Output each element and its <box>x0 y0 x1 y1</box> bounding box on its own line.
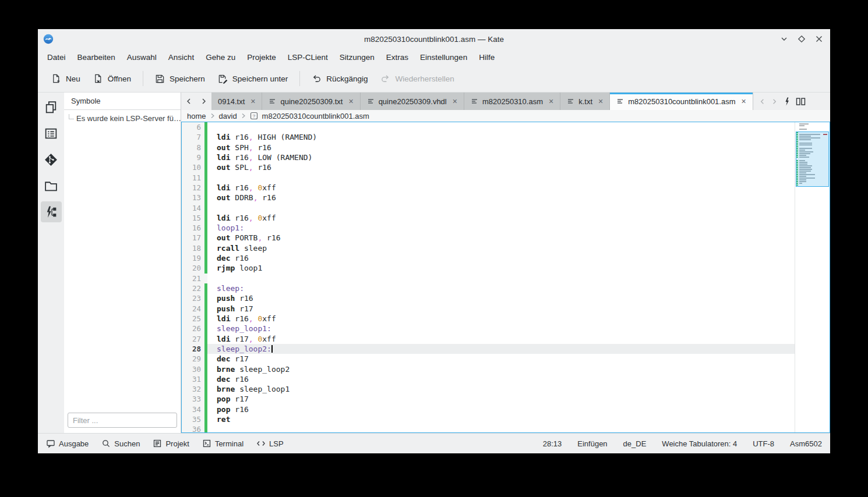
code-line-23[interactable]: 23push r16 <box>182 293 795 303</box>
save-button[interactable]: Speichern <box>149 70 211 88</box>
code-line-35[interactable]: 35ret <box>182 414 795 424</box>
status-toggle-terminal[interactable]: Terminal <box>202 439 244 448</box>
status-toggle-lsp[interactable]: LSP <box>256 439 284 448</box>
menu-item-hilfe[interactable]: Hilfe <box>473 51 500 63</box>
code-line-28[interactable]: 28sleep_loop2: <box>182 344 795 354</box>
undo-button[interactable]: Rückgängig <box>305 70 374 88</box>
code-line-36[interactable]: 36 <box>182 424 795 432</box>
code-line-29[interactable]: 29dec r17 <box>182 354 795 364</box>
code-line-20[interactable]: 20rjmp loop1 <box>182 263 795 273</box>
redo-button[interactable]: Wiederherstellen <box>374 70 460 88</box>
code-text: ldi r16, HIGH (RAMEND) <box>207 132 795 142</box>
code-line-7[interactable]: 7ldi r16, HIGH (RAMEND) <box>182 132 795 142</box>
history-back-icon[interactable] <box>758 98 766 105</box>
status-toggle-label: Terminal <box>215 439 244 448</box>
menu-item-datei[interactable]: Datei <box>41 51 72 63</box>
code-line-17[interactable]: 17out PORTB, r16 <box>182 233 795 243</box>
status-info-weiche-tabulatoren-4[interactable]: Weiche Tabulatoren: 4 <box>662 439 737 448</box>
split-view-icon[interactable] <box>796 97 806 106</box>
menu-item-bearbeiten[interactable]: Bearbeiten <box>72 51 121 63</box>
code-line-26[interactable]: 26sleep_loop1: <box>182 324 795 333</box>
close-tab-icon[interactable]: × <box>598 97 603 105</box>
tab-scroll-right-button[interactable] <box>196 93 211 110</box>
tab-scroll-left-button[interactable] <box>181 93 196 110</box>
close-tab-icon[interactable]: × <box>250 97 255 105</box>
menu-item-einstellungen[interactable]: Einstellungen <box>414 51 473 63</box>
code-line-19[interactable]: 19dec r16 <box>182 253 795 263</box>
code-line-12[interactable]: 12ldi r16, 0xff <box>182 183 795 193</box>
tab-m820250310-asm[interactable]: m820250310.asm× <box>464 93 560 110</box>
code-line-34[interactable]: 34pop r16 <box>182 404 795 414</box>
close-tab-icon[interactable]: × <box>549 97 553 105</box>
tab-quine20250309-vhdl[interactable]: quine20250309.vhdl× <box>361 93 464 110</box>
minimize-button[interactable] <box>779 34 789 44</box>
code-line-14[interactable]: 14 <box>182 203 795 213</box>
status-info-utf-8[interactable]: UTF-8 <box>753 439 774 448</box>
tab-m820250310countblink001-asm[interactable]: m820250310countblink001.asm× <box>610 93 753 110</box>
code-line-6[interactable]: 6 <box>182 122 795 132</box>
open-button[interactable]: Öffnen <box>87 70 137 88</box>
code-line-27[interactable]: 27ldi r17, 0xff <box>182 334 795 344</box>
quick-open-icon[interactable] <box>783 97 791 106</box>
outline-tool-button[interactable] <box>41 123 62 144</box>
status-toggle-suchen[interactable]: Suchen <box>101 439 140 448</box>
tab-k-txt[interactable]: k.txt× <box>560 93 610 110</box>
menu-item-auswahl[interactable]: Auswahl <box>121 51 163 63</box>
tab-0914-txt[interactable]: 0914.txt× <box>211 93 262 110</box>
code-lines[interactable]: 67ldi r16, HIGH (RAMEND)8out SPH, r169ld… <box>182 122 795 432</box>
menu-item-lsp-client[interactable]: LSP-CLient <box>282 51 334 63</box>
status-toggle-ausgabe[interactable]: Ausgabe <box>46 439 89 448</box>
menu-item-projekte[interactable]: Projekte <box>241 51 282 63</box>
status-info-einf-gen[interactable]: Einfügen <box>577 439 607 448</box>
code-line-9[interactable]: 9ldi r16, LOW (RAMEND) <box>182 152 795 162</box>
code-line-10[interactable]: 10out SPL, r16 <box>182 162 795 172</box>
filesystem-tool-button[interactable] <box>41 175 62 196</box>
status-toggle-projekt[interactable]: Projekt <box>153 439 189 448</box>
breadcrumb-item-david[interactable]: david <box>219 112 237 120</box>
menu-item-ansicht[interactable]: Ansicht <box>163 51 200 63</box>
code-line-24[interactable]: 24push r17 <box>182 304 795 314</box>
code-line-31[interactable]: 31dec r16 <box>182 374 795 384</box>
code-line-8[interactable]: 8out SPH, r16 <box>182 143 795 152</box>
token-c: , <box>249 143 253 152</box>
menu-item-sitzungen[interactable]: Sitzungen <box>334 51 380 63</box>
status-info-asm6502[interactable]: Asm6502 <box>790 439 822 448</box>
code-line-22[interactable]: 22sleep: <box>182 283 795 293</box>
breadcrumb-file[interactable]: m820250310countblink001.asm <box>262 112 369 120</box>
menu-item-gehe-zu[interactable]: Gehe zu <box>200 51 241 63</box>
close-tab-icon[interactable]: × <box>742 97 746 105</box>
code-line-32[interactable]: 32brne sleep_loop1 <box>182 384 795 394</box>
line-number: 23 <box>182 293 204 303</box>
filter-input[interactable] <box>68 413 177 428</box>
tab-quine20250309-txt[interactable]: quine20250309.txt× <box>262 93 360 110</box>
git-tool-button[interactable] <box>41 149 62 170</box>
maximize-button[interactable] <box>796 34 807 44</box>
history-forward-icon[interactable] <box>771 98 778 105</box>
code-line-30[interactable]: 30brne sleep_loop2 <box>182 364 795 374</box>
lsp-tree-item[interactable]: Es wurde kein LSP-Server fü… <box>64 110 181 123</box>
code-line-25[interactable]: 25ldi r16, 0xff <box>182 314 795 324</box>
line-number: 22 <box>182 283 204 293</box>
menu-item-extras[interactable]: Extras <box>380 51 414 63</box>
save-as-button[interactable]: Speichern unter <box>211 70 294 88</box>
code-line-15[interactable]: 15ldi r16, 0xff <box>182 213 795 223</box>
code-line-33[interactable]: 33pop r17 <box>182 394 795 404</box>
code-line-11[interactable]: 11 <box>182 173 795 183</box>
close-tab-icon[interactable]: × <box>348 97 353 105</box>
new-button[interactable]: Neu <box>45 70 87 88</box>
code-line-21[interactable]: 21 <box>182 274 795 283</box>
code-line-18[interactable]: 18rcall sleep <box>182 243 795 253</box>
code-line-16[interactable]: 16loop1: <box>182 223 795 233</box>
titlebar[interactable]: m820250310countblink001.asm — Kate <box>38 29 830 49</box>
status-info-28-13[interactable]: 28:13 <box>543 439 562 448</box>
close-tab-icon[interactable]: × <box>453 97 457 105</box>
symbols-tool-button[interactable] <box>41 201 62 222</box>
breadcrumb-item-home[interactable]: home <box>187 112 206 120</box>
status-info-de-de[interactable]: de_DE <box>623 439 647 448</box>
editor-view: 67ldi r16, HIGH (RAMEND)8out SPH, r169ld… <box>181 122 830 433</box>
documents-tool-button[interactable] <box>41 97 62 118</box>
close-button[interactable] <box>814 34 824 44</box>
minimap-viewport[interactable] <box>796 132 829 187</box>
code-line-13[interactable]: 13out DDRB, r16 <box>182 193 795 203</box>
minimap-scrollbar[interactable] <box>795 122 830 432</box>
